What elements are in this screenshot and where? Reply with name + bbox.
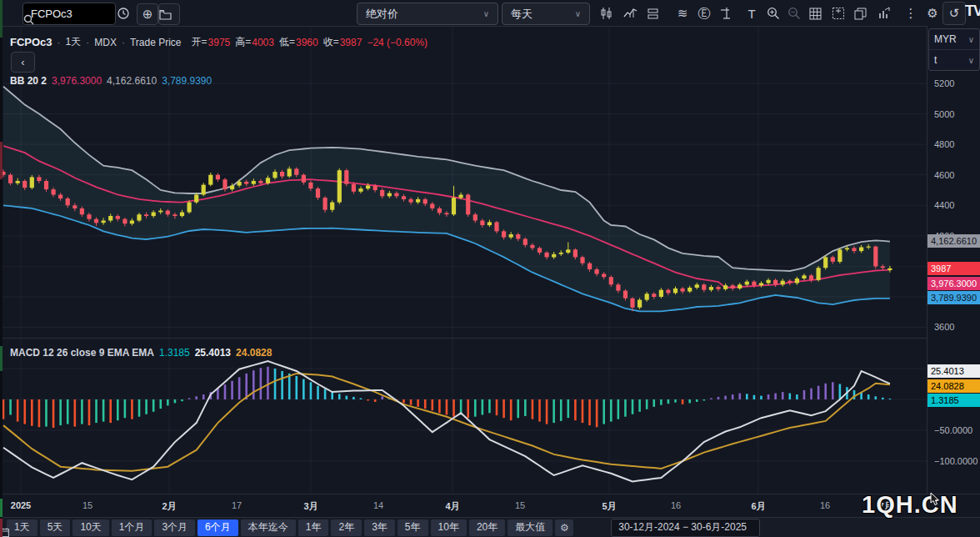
- folder-icon[interactable]: [158, 3, 180, 25]
- legend-series-type: Trade Price: [130, 37, 182, 48]
- settings-icon[interactable]: ⚙: [922, 3, 942, 23]
- axis-tick-label: −50.0000: [934, 425, 972, 435]
- measure-icon[interactable]: [719, 3, 739, 23]
- low-label: 低=: [279, 35, 295, 49]
- indicator-line-icon[interactable]: [623, 3, 643, 23]
- range-button-5天[interactable]: 5天: [40, 519, 71, 536]
- range-settings-gear-icon[interactable]: ⚙: [555, 519, 573, 536]
- chart-application: FCPOc3 ⊕ 绝对价 ∨ 每天 ∨ ≋ⒺT⋮⚙ ↺ TV FCPOc3 ·: [0, 0, 980, 537]
- range-button-5年[interactable]: 5年: [398, 519, 428, 536]
- date-range-picker[interactable]: 30-12月-2024 − 30-6月-2025: [611, 519, 760, 537]
- time-tick-label: 2025: [11, 500, 31, 510]
- add-circle-icon[interactable]: ⊕: [137, 3, 158, 25]
- macd-line-value: 25.4013: [195, 347, 231, 359]
- interval-dropdown[interactable]: 每天 ∨: [502, 3, 590, 25]
- range-button-1个月[interactable]: 1个月: [112, 519, 152, 536]
- collapse-left-panel-button[interactable]: ‹: [11, 52, 35, 73]
- price-mode-value: 绝对价: [366, 7, 398, 22]
- symbol-text: FCPOc3: [23, 8, 109, 20]
- top-toolbar: FCPOc3 ⊕ 绝对价 ∨ 每天 ∨ ≋ⒺT⋮⚙ ↺ TV: [0, 0, 980, 26]
- price-chart-pane[interactable]: [0, 26, 928, 338]
- bb-legend[interactable]: BB 20 2 3,976.3000 4,162.6610 3,789.9390: [10, 75, 212, 87]
- chevron-down-icon: ∨: [968, 35, 974, 44]
- price-label-badge: 1.3185: [928, 394, 980, 407]
- chevron-down-icon: ∨: [575, 9, 581, 18]
- legend-symbol: FCPOc3: [10, 36, 52, 48]
- axis-tick-label: 5000: [934, 109, 954, 119]
- macd-signal-value: 24.0828: [236, 347, 272, 359]
- price-mode-dropdown[interactable]: 绝对价 ∨: [357, 3, 498, 25]
- copy-window-icon[interactable]: [854, 3, 874, 23]
- zoom-in-icon[interactable]: [767, 3, 787, 23]
- mouse-cursor: [930, 493, 942, 506]
- legend-interval: 1天: [66, 35, 82, 49]
- unit-label: t: [934, 54, 937, 66]
- range-button-20年[interactable]: 20年: [469, 519, 505, 536]
- snapshot-icon[interactable]: [832, 3, 852, 23]
- bb-mid-value: 3,976.3000: [52, 75, 102, 87]
- macd-legend[interactable]: MACD 12 26 close 9 EMA EMA 1.3185 25.401…: [10, 347, 272, 359]
- macd-pane[interactable]: [0, 338, 928, 494]
- time-tick-label: 16: [671, 500, 681, 510]
- site-watermark: 1QH.CN: [862, 491, 958, 519]
- range-button-10天[interactable]: 10天: [72, 519, 108, 536]
- series-legend[interactable]: FCPOc3 · 1天 · MDX · Trade Price 开=3975 高…: [10, 35, 428, 49]
- range-button-最大值[interactable]: 最大值: [508, 519, 552, 536]
- legend-exchange: MDX: [94, 37, 117, 48]
- time-tick-label: 2月: [162, 500, 176, 513]
- grid-layout-icon[interactable]: [809, 3, 829, 23]
- undo-icon[interactable]: ↺: [942, 2, 966, 25]
- bb-title: BB 20 2: [10, 75, 47, 87]
- stats-icon[interactable]: [878, 3, 898, 23]
- low-value: 3960: [296, 37, 318, 48]
- time-tick-label: 3月: [303, 500, 318, 513]
- tradingview-logo: TV: [965, 3, 980, 20]
- symbol-search-input[interactable]: FCPOc3: [22, 3, 116, 25]
- price-label-badge: 3,789.9390: [928, 291, 980, 304]
- range-button-1天[interactable]: 1天: [7, 519, 38, 536]
- close-label: 收=: [323, 35, 339, 49]
- wave-icon[interactable]: ≋: [672, 3, 692, 23]
- axis-tick-label: 5200: [934, 78, 954, 88]
- range-button-1年[interactable]: 1年: [298, 519, 329, 536]
- text-tool-icon[interactable]: T: [742, 3, 762, 23]
- range-toolbar: 1天5天10天1个月3个月6个月本年迄今1年2年3年5年10年20年最大值⚙30…: [0, 517, 980, 537]
- time-tick-label: 4月: [445, 500, 459, 513]
- zoom-out-icon[interactable]: [788, 3, 808, 23]
- time-tick-label: 6月: [751, 500, 765, 513]
- price-label-badge: 25.4013: [928, 364, 980, 378]
- axis-tick-label: 4600: [934, 170, 954, 180]
- close-value: 3987: [340, 37, 362, 48]
- time-tick-label: 5月: [602, 500, 616, 513]
- time-tick-label: 15: [515, 500, 525, 510]
- range-button-本年迄今[interactable]: 本年迄今: [241, 519, 296, 536]
- more-icon[interactable]: ⋮: [901, 3, 921, 23]
- range-button-3年[interactable]: 3年: [364, 519, 395, 536]
- axis-tick-label: 4400: [934, 200, 954, 210]
- chevron-down-icon: ∨: [483, 9, 489, 18]
- axis-tick-label: 4800: [934, 139, 954, 149]
- macd-title: MACD 12 26 close 9 EMA EMA: [10, 347, 154, 359]
- range-button-2年[interactable]: 2年: [331, 519, 362, 536]
- currency-unit-box[interactable]: MYR ∨ t ∨: [928, 28, 980, 71]
- range-button-6个月[interactable]: 6个月: [198, 519, 238, 536]
- axis-tick-label: −100.0000: [934, 456, 978, 466]
- time-tick-label: 16: [820, 500, 830, 510]
- price-label-badge: 3987: [928, 262, 980, 275]
- candle-style-icon[interactable]: [600, 3, 620, 23]
- currency-selector[interactable]: MYR ∨: [929, 29, 979, 49]
- range-button-10年[interactable]: 10年: [431, 519, 467, 536]
- layers-icon[interactable]: [647, 3, 667, 23]
- e-circle-icon[interactable]: Ⓔ: [694, 3, 714, 23]
- price-label-badge: 24.0828: [928, 379, 980, 393]
- interval-value: 每天: [511, 7, 532, 22]
- macd-hist-value: 1.3185: [159, 347, 190, 359]
- range-button-3个月[interactable]: 3个月: [154, 519, 195, 536]
- clock-icon[interactable]: [117, 3, 137, 23]
- price-scale-axis[interactable]: MYR ∨ t ∨ 5200500048004600440042003600−5…: [928, 26, 980, 494]
- time-axis[interactable]: 2025152月173月144月155月166月167月: [0, 494, 980, 518]
- price-label-badge: 4,162.6610: [928, 234, 980, 248]
- bb-lower-value: 3,789.9390: [162, 75, 212, 87]
- change-value: −24 (−0.60%): [367, 37, 428, 48]
- unit-selector[interactable]: t ∨: [929, 50, 979, 70]
